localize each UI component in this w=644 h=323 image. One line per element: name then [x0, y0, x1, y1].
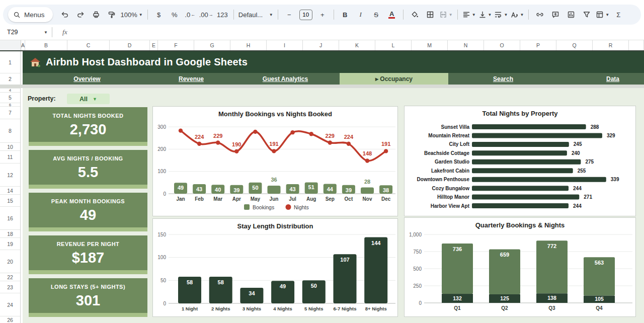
column-header-L[interactable]: L — [375, 40, 412, 50]
toolbar-divider — [403, 10, 404, 20]
row-header-24[interactable]: 24 — [0, 293, 20, 316]
row-header-23[interactable]: 23 — [0, 281, 20, 293]
column-header-K[interactable]: K — [339, 40, 375, 50]
svg-text:229: 229 — [326, 133, 335, 139]
column-header-P[interactable]: P — [520, 40, 556, 50]
nav-tab-search[interactable]: Search — [493, 73, 513, 85]
menus-button[interactable]: Menus — [8, 7, 53, 22]
row-header-6[interactable]: 6 — [0, 103, 20, 107]
format-percent-button[interactable]: % — [167, 8, 182, 22]
nav-tab-occupancy[interactable]: ▸ Occupancy — [340, 73, 448, 85]
row-header-5[interactable]: 5 — [0, 93, 20, 103]
font-name: Defaul... — [238, 11, 268, 19]
toolbar-divider — [278, 10, 278, 20]
nav-tab-guest-analytics[interactable]: Guest Analytics — [263, 73, 308, 85]
row-header-1[interactable]: 1 — [0, 51, 20, 73]
column-header-H[interactable]: H — [230, 40, 267, 50]
svg-text:36: 36 — [271, 177, 277, 183]
row-header-4[interactable]: 4 — [0, 89, 20, 93]
strikethrough-button[interactable]: S — [369, 8, 384, 22]
text-wrap-button[interactable]: ▼ — [493, 8, 509, 22]
format-currency-button[interactable]: $ — [151, 8, 167, 22]
undo-button[interactable] — [57, 8, 72, 22]
fill-color-button[interactable] — [407, 8, 422, 22]
svg-text:Sunset Villa: Sunset Villa — [441, 124, 469, 130]
chevron-down-icon[interactable]: ▼ — [44, 30, 48, 35]
row-header-20[interactable]: 20 — [0, 250, 20, 273]
column-header-O[interactable]: O — [484, 40, 520, 50]
column-header-I[interactable]: I — [267, 40, 303, 50]
borders-button[interactable] — [423, 8, 438, 22]
create-filter-button[interactable] — [579, 8, 594, 22]
print-button[interactable] — [89, 8, 104, 22]
vertical-align-button[interactable]: ▼ — [477, 8, 493, 22]
svg-text:34: 34 — [249, 290, 255, 296]
row-header-8[interactable]: 8 — [0, 119, 20, 143]
column-header-G[interactable]: G — [194, 40, 230, 50]
nav-tab-overview[interactable]: Overview — [73, 73, 100, 85]
row-header-26[interactable]: 26 — [0, 316, 20, 323]
row-header-15[interactable]: 15 — [0, 195, 20, 207]
bold-button[interactable]: B — [338, 8, 353, 22]
increase-font-size-button[interactable]: + — [315, 8, 330, 22]
paint-format-button[interactable] — [104, 8, 119, 22]
row-header-19[interactable]: 19 — [0, 238, 20, 250]
row-header-14[interactable]: 14 — [0, 187, 20, 195]
column-header-M[interactable]: M — [412, 40, 448, 50]
property-filter-dropdown[interactable]: All ▼ — [67, 94, 110, 104]
undo-icon — [61, 11, 69, 19]
row-header-12[interactable]: 12 — [0, 164, 20, 187]
filter-views-button[interactable]: ▼ — [595, 8, 610, 22]
select-all-corner[interactable] — [0, 40, 21, 50]
row-header-11[interactable]: 11 — [0, 151, 20, 164]
row-header-16[interactable]: 16 — [0, 207, 20, 230]
row-header-18[interactable]: 18 — [0, 230, 20, 238]
column-header-C[interactable]: C — [67, 40, 110, 50]
column-header-A[interactable]: A — [21, 40, 25, 50]
increase-decimals-button[interactable]: .00→ — [198, 8, 214, 22]
svg-text:191: 191 — [381, 141, 390, 147]
svg-text:100: 100 — [157, 255, 166, 260]
nav-tab-data[interactable]: Data — [606, 73, 619, 85]
decimal-increase-label: .00 — [199, 11, 208, 19]
functions-button[interactable]: Σ — [611, 8, 626, 22]
column-header-R[interactable]: R — [593, 40, 629, 50]
insert-chart-button[interactable] — [564, 8, 579, 22]
column-header-Q[interactable]: Q — [556, 40, 593, 50]
column-header-partial[interactable] — [629, 40, 644, 50]
nights-point — [179, 128, 183, 132]
column-header-E[interactable]: E — [150, 40, 158, 50]
row-header-7[interactable]: 7 — [0, 107, 20, 119]
column-header-F[interactable]: F — [158, 40, 194, 50]
column-header-B[interactable]: B — [25, 40, 67, 50]
cell-reference-box[interactable]: T29 — [0, 29, 42, 36]
nav-tab-revenue[interactable]: Revenue — [179, 73, 204, 85]
svg-text:Downtown Penthouse: Downtown Penthouse — [417, 177, 470, 182]
svg-text:245: 245 — [574, 141, 582, 147]
merge-cells-button[interactable]: ▼ — [438, 8, 454, 22]
toolbar-divider — [233, 10, 234, 20]
row-header-10[interactable]: 10 — [0, 143, 20, 151]
redo-button[interactable] — [73, 8, 88, 22]
decrease-decimals-button[interactable]: .0← — [183, 8, 198, 22]
row-header-22[interactable]: 22 — [0, 273, 20, 281]
italic-button[interactable]: I — [353, 8, 368, 22]
text-color-button[interactable]: A — [384, 8, 399, 22]
horizontal-align-button[interactable]: ▼ — [461, 8, 477, 22]
text-rotation-button[interactable]: ▼ — [509, 8, 525, 22]
column-header-J[interactable]: J — [303, 40, 339, 50]
font-select[interactable]: Defaul...▼ — [237, 8, 274, 22]
column-header-N[interactable]: N — [448, 40, 484, 50]
zoom-control[interactable]: 100%▼ — [120, 8, 144, 22]
insert-link-button[interactable] — [532, 8, 547, 22]
kpi-value: 301 — [29, 292, 147, 309]
column-header-D[interactable]: D — [110, 40, 150, 50]
font-size-input[interactable]: 10 — [299, 10, 312, 20]
svg-text:Q3: Q3 — [548, 305, 555, 311]
svg-text:Mountain Retreat: Mountain Retreat — [428, 133, 469, 138]
insert-comment-button[interactable] — [548, 8, 563, 22]
row-header-2[interactable]: 2 — [0, 73, 20, 85]
decrease-font-size-button[interactable]: − — [282, 8, 297, 22]
nights-point — [234, 149, 238, 153]
more-formats-button[interactable]: 123 — [215, 8, 230, 22]
